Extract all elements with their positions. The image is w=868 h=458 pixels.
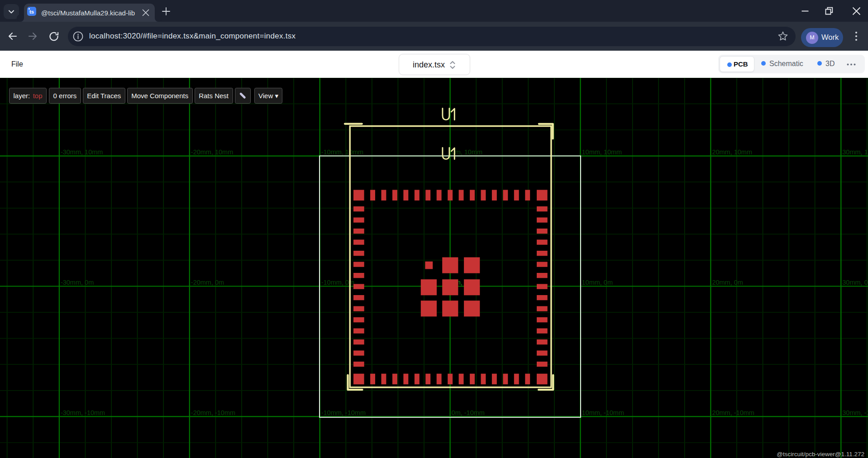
svg-text:30mm, 0m: 30mm, 0m [842, 279, 868, 286]
svg-text:-30mm, -10mm: -30mm, -10mm [61, 409, 105, 416]
svg-text:10mm, 10mm: 10mm, 10mm [582, 148, 622, 156]
svg-text:30mm, 10mm: 30mm, 10mm [842, 148, 868, 156]
svg-text:20mm, 10mm: 20mm, 10mm [712, 148, 752, 156]
svg-text:-10mm, 10mm: -10mm, 10mm [321, 148, 363, 156]
svg-text:-20mm, 0m: -20mm, 0m [191, 279, 224, 286]
svg-text:10mm, -10mm: 10mm, -10mm [582, 409, 624, 416]
svg-text:-30mm, 10mm: -30mm, 10mm [61, 148, 103, 156]
svg-text:0m, -10mm: 0m, -10mm [452, 409, 485, 416]
svg-text:-20mm, -10mm: -20mm, -10mm [191, 409, 235, 416]
svg-text:10mm, 0m: 10mm, 0m [582, 279, 613, 286]
svg-text:20mm, 0m: 20mm, 0m [712, 279, 743, 286]
svg-text:-20mm, 10mm: -20mm, 10mm [191, 148, 233, 156]
svg-text:-10mm, -10mm: -10mm, -10mm [321, 409, 366, 416]
svg-text:0m, 10mm: 0m, 10mm [452, 148, 483, 156]
svg-text:20mm, -10mm: 20mm, -10mm [712, 409, 754, 416]
svg-text:30mm, -10mm: 30mm, -10mm [842, 409, 868, 416]
svg-text:-30mm, 0m: -30mm, 0m [61, 279, 94, 286]
